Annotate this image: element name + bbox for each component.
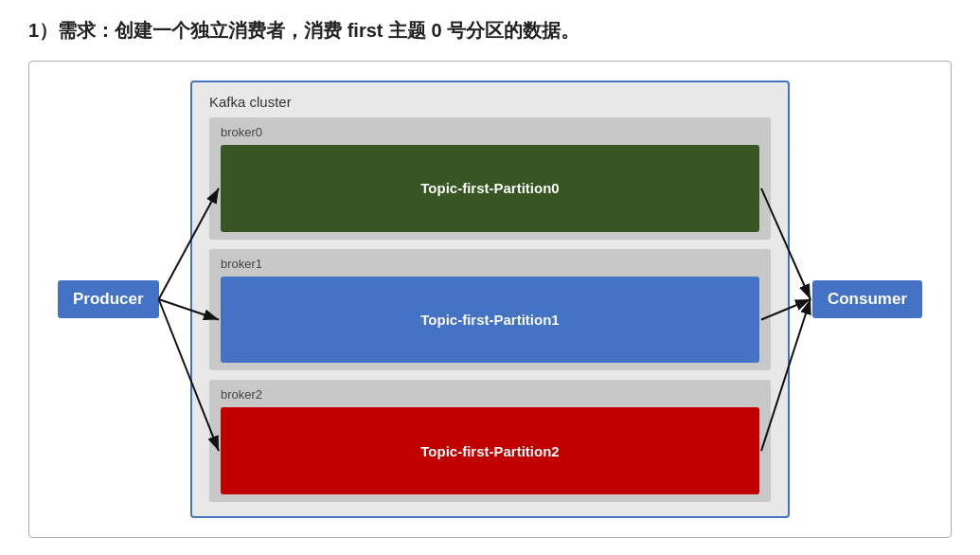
diagram-inner: Producer Kafka cluster broker0 Topic-fir… — [58, 81, 922, 518]
page-title: 1）需求：创建一个独立消费者，消费 first 主题 0 号分区的数据。 — [28, 17, 952, 44]
broker-box-2: broker2 Topic-first-Partition2 — [209, 380, 771, 502]
broker-box-0: broker0 Topic-first-Partition0 — [209, 117, 771, 240]
page-container: 1）需求：创建一个独立消费者，消费 first 主题 0 号分区的数据。 Pro… — [0, 0, 980, 555]
partition-box-0: Topic-first-Partition0 — [221, 145, 759, 232]
kafka-cluster-label: Kafka cluster — [209, 94, 771, 110]
broker-box-1: broker1 Topic-first-Partition1 — [209, 249, 771, 371]
broker0-label: broker0 — [221, 125, 759, 139]
kafka-cluster-box: Kafka cluster broker0 Topic-first-Partit… — [190, 81, 790, 518]
broker2-label: broker2 — [221, 387, 759, 402]
partition-box-2: Topic-first-Partition2 — [221, 407, 759, 494]
brokers-column: broker0 Topic-first-Partition0 broker1 T… — [209, 117, 771, 502]
consumer-box: Consumer — [812, 280, 922, 318]
broker1-label: broker1 — [221, 257, 759, 271]
producer-box: Producer — [58, 280, 159, 318]
diagram-outer: Producer Kafka cluster broker0 Topic-fir… — [28, 61, 952, 538]
partition-box-1: Topic-first-Partition1 — [221, 277, 759, 364]
